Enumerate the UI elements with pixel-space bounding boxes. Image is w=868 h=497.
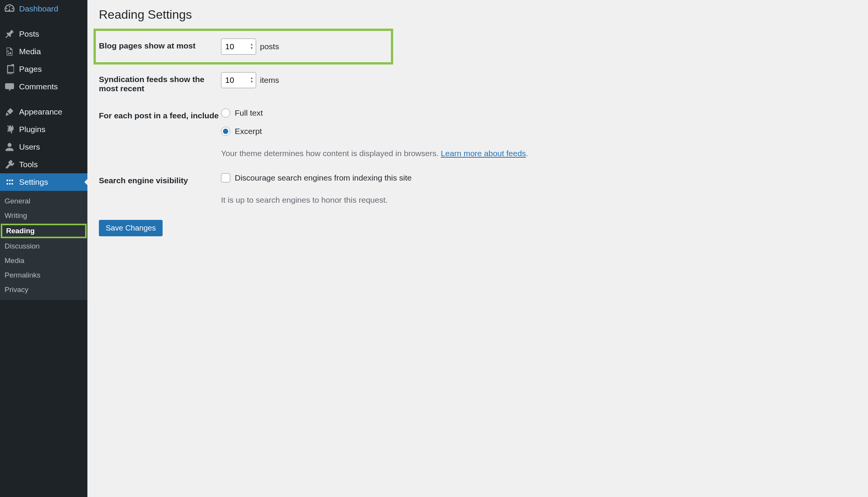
submenu-item-general[interactable]: General: [0, 194, 87, 208]
submenu-item-permalinks[interactable]: Permalinks: [0, 268, 87, 282]
submenu-item-media[interactable]: Media: [0, 253, 87, 268]
menu-label: Posts: [19, 29, 39, 39]
stepper-down-icon[interactable]: ▼: [250, 47, 255, 50]
radio-excerpt[interactable]: [221, 127, 230, 136]
menu-label: Plugins: [19, 125, 45, 134]
page-title: Reading Settings: [99, 8, 857, 22]
radio-option-full-text: Full text: [221, 108, 263, 118]
settings-submenu: General Writing Reading Discussion Media…: [0, 191, 87, 300]
dashboard-icon: [5, 4, 15, 14]
unit-label: posts: [260, 42, 279, 51]
menu-label: Dashboard: [19, 4, 58, 13]
desc-text: Your theme determines how content is dis…: [221, 149, 441, 158]
menu-item-comments[interactable]: Comments: [0, 78, 87, 95]
content-area: Reading Settings Blog pages show at most…: [87, 0, 868, 497]
menu-separator: [0, 18, 87, 25]
media-icon: [5, 47, 15, 56]
radio-option-excerpt: Excerpt: [221, 127, 262, 136]
menu-item-dashboard[interactable]: Dashboard: [0, 0, 87, 18]
field-label: Search engine visibility: [99, 173, 221, 185]
menu-item-media[interactable]: Media: [0, 43, 87, 60]
field-blog-pages: Blog pages show at most ▲ ▼ posts: [94, 29, 393, 65]
settings-icon: [5, 177, 15, 187]
feed-items-wrap: ▲ ▼: [221, 72, 256, 88]
field-feed-include: For each post in a feed, include Full te…: [99, 101, 857, 166]
search-description: It is up to search engines to honor this…: [221, 195, 388, 205]
comments-icon: [5, 82, 15, 92]
field-label: Syndication feeds show the most recent: [99, 72, 221, 93]
unit-label: items: [260, 76, 279, 85]
menu-item-posts[interactable]: Posts: [0, 25, 87, 43]
menu-item-pages[interactable]: Pages: [0, 60, 87, 78]
discourage-indexing-checkbox[interactable]: [221, 173, 230, 182]
pin-icon: [5, 29, 15, 39]
checkbox-option-discourage: Discourage search engines from indexing …: [221, 173, 411, 182]
admin-sidebar: Dashboard Posts Media Pages Comments App…: [0, 0, 87, 497]
radio-full-text[interactable]: [221, 108, 230, 118]
feed-description: Your theme determines how content is dis…: [221, 149, 528, 158]
field-label: Blog pages show at most: [99, 39, 221, 50]
field-label: For each post in a feed, include: [99, 108, 221, 120]
menu-label: Tools: [19, 160, 38, 169]
plugins-icon: [5, 124, 15, 134]
menu-item-users[interactable]: Users: [0, 138, 87, 156]
radio-label: Full text: [235, 108, 263, 118]
checkbox-label: Discourage search engines from indexing …: [235, 173, 411, 182]
users-icon: [5, 142, 15, 152]
radio-label: Excerpt: [235, 127, 262, 136]
menu-label: Appearance: [19, 107, 62, 116]
submenu-item-writing[interactable]: Writing: [0, 208, 87, 223]
tools-icon: [5, 160, 15, 169]
submenu-item-discussion[interactable]: Discussion: [0, 239, 87, 253]
submenu-item-reading[interactable]: Reading: [1, 224, 87, 238]
menu-item-tools[interactable]: Tools: [0, 156, 87, 173]
menu-label: Pages: [19, 65, 42, 74]
appearance-icon: [5, 107, 15, 117]
stepper-down-icon[interactable]: ▼: [250, 80, 255, 84]
menu-item-appearance[interactable]: Appearance: [0, 103, 87, 121]
menu-separator: [0, 95, 87, 103]
posts-per-page-wrap: ▲ ▼: [221, 39, 256, 55]
menu-item-plugins[interactable]: Plugins: [0, 121, 87, 138]
pages-icon: [5, 64, 15, 74]
save-changes-button[interactable]: Save Changes: [99, 220, 163, 236]
menu-item-settings[interactable]: Settings: [0, 173, 87, 191]
learn-more-feeds-link[interactable]: Learn more about feeds: [441, 149, 526, 158]
settings-form: Blog pages show at most ▲ ▼ posts Syndic…: [99, 29, 857, 236]
field-syndication-feeds: Syndication feeds show the most recent ▲…: [99, 65, 857, 101]
submenu-item-privacy[interactable]: Privacy: [0, 282, 87, 297]
desc-period: .: [526, 149, 528, 158]
menu-label: Settings: [19, 178, 48, 187]
menu-label: Media: [19, 47, 41, 56]
field-search-visibility: Search engine visibility Discourage sear…: [99, 166, 857, 212]
menu-label: Users: [19, 142, 40, 152]
menu-label: Comments: [19, 82, 58, 91]
